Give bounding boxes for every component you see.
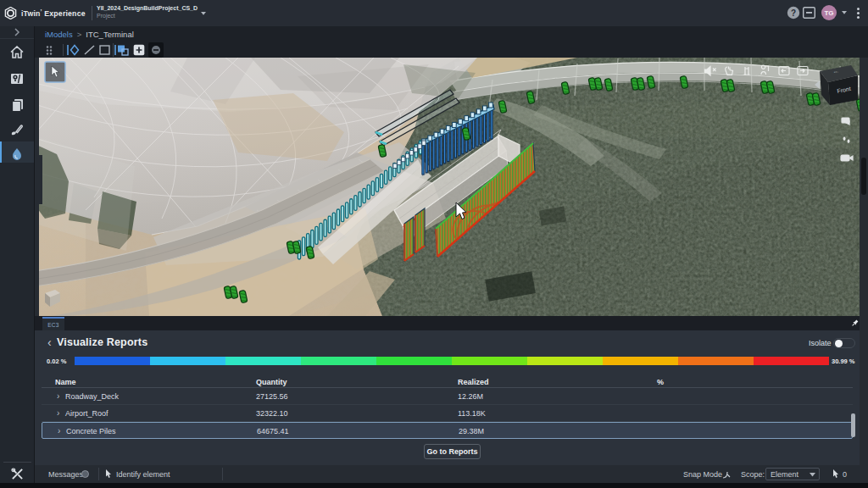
- svg-text:?: ?: [791, 8, 796, 18]
